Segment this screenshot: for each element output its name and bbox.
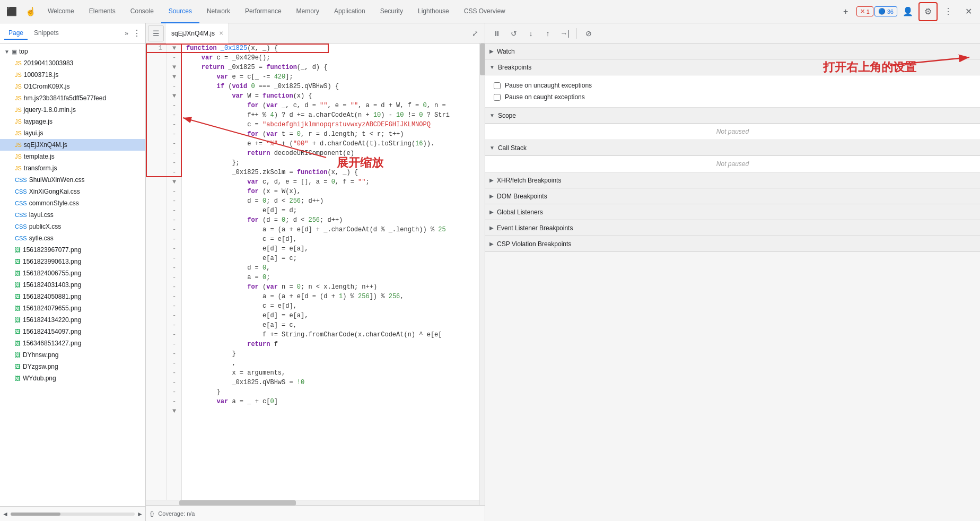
scroll-left-icon[interactable]: ◄: [2, 510, 8, 518]
tab-network[interactable]: Network: [199, 0, 238, 23]
xhr-section-header[interactable]: ▶ XHR/fetch Breakpoints: [485, 172, 980, 188]
png-icon: 🖼: [15, 293, 21, 300]
tab-security[interactable]: Security: [373, 0, 410, 23]
step-btn[interactable]: →|: [557, 26, 572, 41]
global-arrow-icon: ▶: [489, 209, 494, 215]
code-editor[interactable]: 1: [146, 44, 485, 505]
debugger-toolbar: ⏸ ↺ ↓ ↑ →| ⊘: [485, 23, 980, 44]
list-item[interactable]: JSlayui.js: [0, 127, 145, 139]
js-icon: JS: [15, 118, 22, 125]
list-item[interactable]: 🖼1561824050881.png: [0, 291, 145, 302]
tab-close-icon[interactable]: ✕: [219, 30, 223, 36]
tab-sources[interactable]: Sources: [161, 0, 199, 23]
list-item-selected[interactable]: JSsqEjJXnQ4M.js: [0, 139, 145, 151]
file-tree-root[interactable]: ▼ ▣ top: [0, 46, 145, 57]
list-item[interactable]: CSSsytle.css: [0, 232, 145, 244]
editor-expand-btn[interactable]: ⤢: [468, 26, 483, 41]
list-item[interactable]: 🖼1561823990613.png: [0, 256, 145, 267]
sidebar-tab-snippets[interactable]: Snippets: [30, 27, 63, 40]
call-stack-label: Call Stack: [498, 144, 527, 152]
list-item[interactable]: JSjquery-1.8.0.min.js: [0, 104, 145, 116]
watch-section-header[interactable]: ▶ Watch: [485, 44, 980, 59]
add-tab-btn[interactable]: +: [836, 2, 855, 21]
pause-uncaught-checkbox[interactable]: [494, 82, 501, 89]
pause-resume-btn[interactable]: ⏸: [489, 26, 504, 41]
list-item[interactable]: 🖼1561823967077.png: [0, 244, 145, 256]
device-toggle-btn[interactable]: ⬛: [2, 2, 21, 21]
list-item[interactable]: 🖼1561824079655.png: [0, 302, 145, 314]
step-out-btn[interactable]: ↑: [540, 26, 555, 41]
list-item[interactable]: CSSXinXiGongKai.css: [0, 186, 145, 197]
csp-label: CSP Violation Breakpoints: [497, 240, 571, 248]
list-item[interactable]: JSlaypage.js: [0, 116, 145, 127]
js-icon: JS: [15, 95, 22, 101]
editor-tab-active[interactable]: sqEjJXnQ4M.js ✕: [166, 23, 229, 44]
list-item[interactable]: 🖼DYhnsw.png: [0, 349, 145, 361]
list-item[interactable]: CSSShuiWuXinWen.css: [0, 174, 145, 186]
list-item[interactable]: JStransform.js: [0, 162, 145, 174]
png-icon: 🖼: [15, 305, 21, 311]
list-item[interactable]: JS10003718.js: [0, 69, 145, 81]
png-icon: 🖼: [15, 317, 21, 323]
tree-arrow-icon: ▼: [4, 49, 10, 55]
js-icon: JS: [15, 83, 22, 90]
list-item[interactable]: JStemplate.js: [0, 151, 145, 162]
inspect-btn[interactable]: ☝: [21, 2, 40, 21]
csp-section-header[interactable]: ▶ CSP Violation Breakpoints: [485, 236, 980, 252]
js-icon: JS: [15, 72, 22, 78]
tab-lighthouse[interactable]: Lighthouse: [410, 0, 457, 23]
debugger-panel: ⏸ ↺ ↓ ↑ →| ⊘ ▶ Watch ▼ Breakpoints: [485, 23, 980, 521]
tab-memory[interactable]: Memory: [289, 0, 327, 23]
pause-caught-label: Pause on caught exceptions: [505, 93, 585, 101]
root-label: top: [19, 48, 28, 55]
sidebar-more-icon[interactable]: ⋮: [133, 28, 141, 38]
deactivate-breakpoints-btn[interactable]: ⊘: [581, 26, 596, 41]
toggle-sidebar-btn[interactable]: ☰: [148, 25, 164, 41]
global-section-header[interactable]: ▶ Global Listeners: [485, 204, 980, 220]
scroll-right-icon[interactable]: ►: [137, 510, 143, 518]
list-item[interactable]: CSScommonStyle.css: [0, 197, 145, 209]
tab-performance[interactable]: Performance: [238, 0, 289, 23]
list-item[interactable]: 🖼1561824154097.png: [0, 326, 145, 337]
close-btn[interactable]: ✕: [959, 2, 978, 21]
settings-btn[interactable]: ⚙: [918, 2, 938, 21]
list-item[interactable]: 🖼DYzgsw.png: [0, 361, 145, 372]
list-item[interactable]: 🖼1561824006755.png: [0, 267, 145, 279]
css-icon: CSS: [15, 223, 27, 230]
tab-elements[interactable]: Elements: [82, 0, 123, 23]
step-into-btn[interactable]: ↓: [523, 26, 538, 41]
list-item[interactable]: JSO1CromK09X.js: [0, 81, 145, 92]
pause-caught-checkbox[interactable]: [494, 94, 501, 101]
error-count-btn[interactable]: ✕ 1: [856, 6, 873, 16]
tab-welcome[interactable]: Welcome: [40, 0, 82, 23]
devtools-root: ⬛ ☝ Welcome Elements Console Sources Net…: [0, 0, 980, 521]
tab-console[interactable]: Console: [123, 0, 161, 23]
list-item[interactable]: JS20190413003983: [0, 57, 145, 69]
warning-count-btn[interactable]: 🔵 36: [874, 6, 897, 16]
sidebar-tab-page[interactable]: Page: [4, 27, 28, 40]
devtools-main-area: Page Snippets » ⋮ ▼ ▣ top JS201904130039…: [0, 23, 980, 521]
list-item[interactable]: JShm.js?3b3841fa5dff5e77feed: [0, 92, 145, 104]
call-stack-section-header[interactable]: ▼ Call Stack: [485, 140, 980, 156]
list-item[interactable]: 🖼1561824031403.png: [0, 279, 145, 291]
js-icon: JS: [15, 165, 22, 171]
list-item[interactable]: 🖼1561824134220.png: [0, 314, 145, 326]
dom-section-header[interactable]: ▶ DOM Breakpoints: [485, 188, 980, 204]
user-btn[interactable]: 👤: [898, 2, 917, 21]
tab-css-overview[interactable]: CSS Overview: [457, 0, 513, 23]
list-item[interactable]: 🖼1563468513427.png: [0, 337, 145, 349]
editor-scrollbar[interactable]: [479, 44, 485, 505]
css-icon: CSS: [15, 200, 27, 206]
error-icon: ✕: [860, 8, 865, 15]
list-item[interactable]: CSSlayui.css: [0, 209, 145, 221]
step-over-btn[interactable]: ↺: [506, 26, 521, 41]
more-btn[interactable]: ⋮: [939, 2, 958, 21]
list-item[interactable]: CSSpublicX.css: [0, 221, 145, 232]
sidebar-chevron-icon[interactable]: »: [125, 30, 128, 37]
event-section-header[interactable]: ▶ Event Listener Breakpoints: [485, 220, 980, 236]
editor-hscrollbar[interactable]: [146, 500, 479, 505]
list-item[interactable]: 🖼WYdub.png: [0, 372, 145, 384]
tab-application[interactable]: Application: [327, 0, 373, 23]
debugger-sections: ▶ Watch ▼ Breakpoints Pause on uncaught …: [485, 44, 980, 521]
scope-section-header[interactable]: ▼ Scope: [485, 108, 980, 124]
